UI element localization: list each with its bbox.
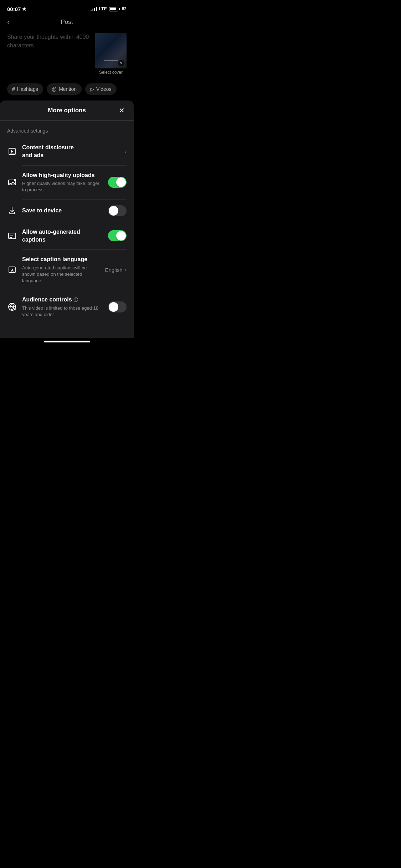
save-device-icon bbox=[7, 206, 17, 216]
audience-controls-title: Audience controls ⓘ bbox=[22, 296, 103, 304]
caption-language-content: Select caption language Auto-generated c… bbox=[22, 255, 100, 284]
post-input-placeholder[interactable]: Share your thoughts within 4000 characte… bbox=[7, 33, 91, 75]
svg-marker-1 bbox=[11, 150, 13, 153]
video-thumbnail[interactable]: ✎ bbox=[95, 33, 127, 68]
high-quality-subtitle: Higher quality videos may take longer to… bbox=[22, 180, 103, 193]
toggle-knob bbox=[116, 177, 126, 187]
audience-controls-toggle[interactable] bbox=[108, 301, 127, 312]
auto-captions-row: Allow auto-generated captions bbox=[0, 222, 134, 250]
save-device-title: Save to device bbox=[22, 207, 103, 215]
save-device-toggle[interactable] bbox=[108, 205, 127, 216]
audience-controls-subtitle: This video is limited to those aged 18 y… bbox=[22, 305, 103, 318]
videos-label: Videos bbox=[96, 86, 112, 92]
mention-label: Mention bbox=[59, 86, 77, 92]
toggle-knob-4 bbox=[109, 302, 118, 312]
toggle-knob-2 bbox=[109, 206, 118, 216]
caption-language-icon: A bbox=[7, 265, 17, 275]
high-quality-title: Allow high-quality uploads bbox=[22, 171, 103, 179]
post-area: Share your thoughts within 4000 characte… bbox=[0, 29, 134, 79]
caption-language-right: English › bbox=[105, 267, 127, 273]
hashtags-label: Hashtags bbox=[17, 86, 38, 92]
toggle-knob-3 bbox=[116, 231, 126, 241]
caption-language-value: English bbox=[105, 267, 122, 273]
thumbnail-container: ✎ Select cover bbox=[95, 33, 127, 75]
status-bar: 00:07 LTE 82 bbox=[0, 0, 134, 16]
battery-level: 82 bbox=[122, 6, 127, 11]
audience-controls-icon bbox=[7, 302, 17, 312]
select-cover-label[interactable]: Select cover bbox=[99, 70, 123, 75]
caption-language-title: Select caption language bbox=[22, 255, 100, 263]
sheet-header: More options ✕ bbox=[0, 100, 134, 121]
content-disclosure-title: Content disclosureand ads bbox=[22, 144, 120, 160]
edit-icon: ✎ bbox=[118, 60, 124, 66]
content-disclosure-content: Content disclosureand ads bbox=[22, 144, 120, 160]
content-disclosure-row[interactable]: Content disclosureand ads › bbox=[0, 138, 134, 165]
svg-text:A: A bbox=[11, 268, 14, 272]
home-bar bbox=[44, 341, 90, 342]
section-label: Advanced settings bbox=[0, 121, 134, 138]
auto-captions-toggle[interactable] bbox=[108, 230, 127, 241]
bottom-sheet: More options ✕ Advanced settings Content… bbox=[0, 100, 134, 338]
video-icon: ▷ bbox=[90, 86, 94, 92]
auto-captions-icon bbox=[7, 231, 17, 241]
hashtags-button[interactable]: # Hashtags bbox=[7, 83, 43, 95]
signal-icon bbox=[91, 7, 97, 11]
chevron-icon: › bbox=[125, 148, 127, 155]
save-device-content: Save to device bbox=[22, 207, 103, 215]
caption-language-subtitle: Auto-generated captions will be shown ba… bbox=[22, 265, 100, 284]
auto-captions-content: Allow auto-generated captions bbox=[22, 228, 103, 244]
videos-button[interactable]: ▷ Videos bbox=[85, 83, 117, 95]
high-quality-row: Allow high-quality uploads Higher qualit… bbox=[0, 166, 134, 199]
high-quality-toggle[interactable] bbox=[108, 177, 127, 188]
mention-button[interactable]: @ Mention bbox=[47, 83, 82, 95]
close-button[interactable]: ✕ bbox=[117, 105, 127, 115]
status-time: 00:07 bbox=[7, 6, 26, 12]
back-button[interactable]: ‹ bbox=[7, 17, 10, 27]
status-right: LTE 82 bbox=[91, 6, 127, 11]
tags-row: # Hashtags @ Mention ▷ Videos bbox=[0, 79, 134, 99]
save-device-row: Save to device bbox=[0, 200, 134, 222]
battery-icon bbox=[109, 7, 120, 11]
lte-label: LTE bbox=[99, 6, 107, 11]
sheet-title: More options bbox=[48, 107, 86, 114]
high-quality-icon bbox=[7, 177, 17, 187]
high-quality-content: Allow high-quality uploads Higher qualit… bbox=[22, 171, 103, 193]
hashtag-icon: # bbox=[12, 86, 15, 92]
audience-controls-row: Audience controls ⓘ This video is limite… bbox=[0, 290, 134, 324]
audience-controls-content: Audience controls ⓘ This video is limite… bbox=[22, 296, 103, 318]
page-title: Post bbox=[61, 19, 73, 26]
content-disclosure-icon bbox=[7, 146, 17, 156]
mention-icon: @ bbox=[52, 86, 57, 92]
nav-bar: ‹ Post bbox=[0, 16, 134, 29]
location-icon bbox=[22, 7, 26, 11]
chevron-icon-2: › bbox=[125, 267, 127, 273]
caption-language-row[interactable]: A Select caption language Auto-generated… bbox=[0, 250, 134, 290]
auto-captions-title: Allow auto-generated captions bbox=[22, 228, 103, 244]
home-indicator bbox=[0, 338, 134, 344]
content-disclosure-right: › bbox=[125, 148, 127, 155]
